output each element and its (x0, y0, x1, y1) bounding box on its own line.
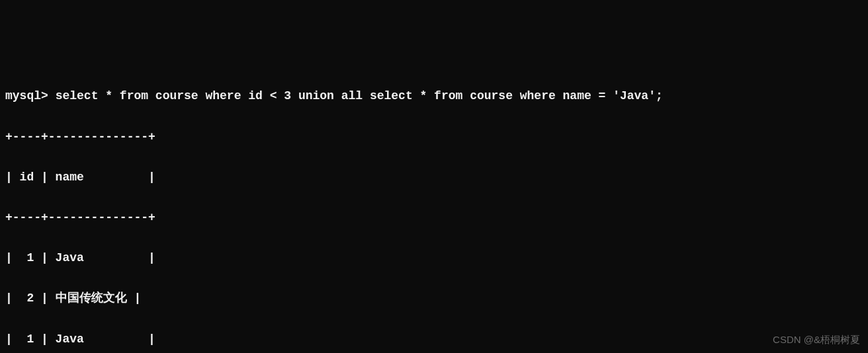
table-border-mid: +----+--------------+ (5, 208, 863, 228)
table-border-top: +----+--------------+ (5, 127, 863, 147)
watermark: CSDN @&梧桐树夏 (773, 331, 860, 348)
table-row: | 2 | 中国传统文化 | (5, 288, 863, 309)
table-header: | id | name | (5, 167, 863, 188)
mysql-prompt: mysql> (5, 89, 56, 102)
query1-command-line: mysql> select * from course where id < 3… (5, 86, 863, 106)
table-row: | 1 | Java | (5, 329, 863, 350)
sql-query: select * from course where id < 3 union … (56, 89, 663, 102)
table-row: | 1 | Java | (5, 248, 863, 268)
